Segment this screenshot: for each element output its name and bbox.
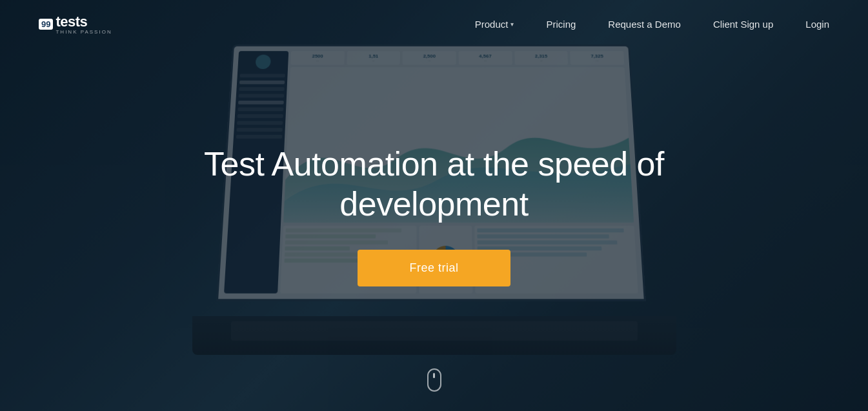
logo-icon: 99: [39, 19, 53, 30]
logo-number: 99: [39, 19, 53, 30]
nav-links: Product ▾ Pricing Request a Demo Client …: [475, 19, 829, 30]
nav-link-client-signup[interactable]: Client Sign up: [713, 19, 773, 30]
scroll-mouse-icon: [427, 368, 441, 392]
logo-name-group: tests THINK PASSION: [56, 14, 112, 35]
nav-link-label: Request a Demo: [608, 19, 681, 30]
nav-link-label: Pricing: [546, 19, 576, 30]
hero-section: 2500 ··· 1,51 ··· 2,500 ··· 4,567: [0, 0, 868, 411]
free-trial-button[interactable]: Free trial: [358, 250, 510, 286]
nav-link-label: Product: [475, 19, 509, 30]
logo-name: tests: [56, 14, 87, 30]
navbar: 99 tests THINK PASSION Product ▾ Pricing…: [0, 0, 868, 48]
nav-link-pricing[interactable]: Pricing: [546, 19, 576, 30]
logo-tagline: THINK PASSION: [56, 29, 112, 35]
nav-link-request-demo[interactable]: Request a Demo: [608, 19, 681, 30]
nav-link-product[interactable]: Product ▾: [475, 19, 514, 30]
chevron-down-icon: ▾: [510, 21, 514, 28]
nav-link-label: Client Sign up: [713, 19, 773, 30]
nav-link-login[interactable]: Login: [805, 19, 829, 30]
hero-content: Test Automation at the speed of developm…: [0, 0, 868, 411]
hero-title: Test Automation at the speed of developm…: [144, 144, 725, 225]
scroll-wheel: [433, 373, 435, 378]
logo[interactable]: 99 tests THINK PASSION: [39, 14, 112, 35]
scroll-indicator: [427, 368, 441, 392]
nav-link-label: Login: [805, 19, 829, 30]
